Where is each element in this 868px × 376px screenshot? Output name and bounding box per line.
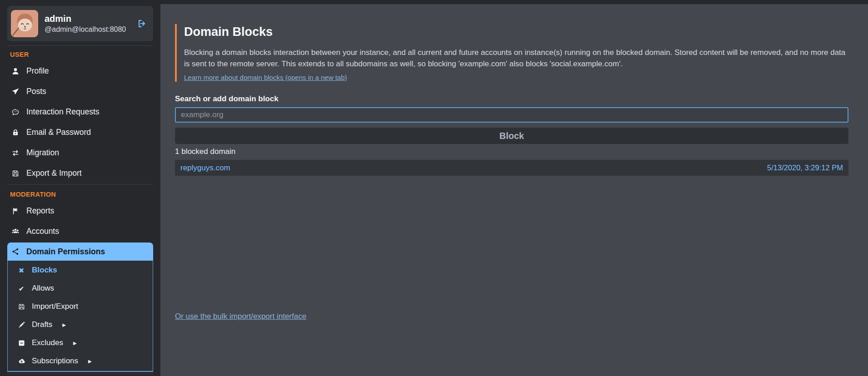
floppy-disk-icon — [17, 303, 26, 311]
sidebar-item-migration[interactable]: Migration — [7, 143, 153, 163]
blocked-domain-count: 1 blocked domain — [175, 147, 848, 156]
share-nodes-icon — [11, 247, 20, 256]
user-name: admin — [45, 14, 126, 24]
page-header: Domain Blocks Blocking a domain blocks i… — [175, 24, 848, 82]
user-card: admin @admin@localhost:8080 — [7, 6, 153, 41]
check-icon: ✔ — [17, 285, 26, 292]
sidebar-item-label: Accounts — [26, 227, 59, 236]
paper-plane-icon — [11, 88, 20, 96]
learn-more-link[interactable]: Learn more about domain blocks (opens in… — [184, 74, 347, 81]
floppy-disk-icon — [11, 169, 20, 178]
sidebar-item-interaction-requests[interactable]: Interaction Requests — [7, 102, 153, 122]
sidebar-item-drafts[interactable]: Drafts ▶ — [8, 316, 153, 334]
sidebar-item-posts[interactable]: Posts — [7, 81, 153, 102]
lock-icon — [11, 129, 20, 137]
sidebar-item-export-import[interactable]: Export & Import — [7, 163, 153, 183]
sidebar-item-subscriptions[interactable]: Subscriptions ▶ — [8, 352, 153, 370]
blocked-domain-date: 5/13/2020, 3:29:12 PM — [767, 163, 843, 172]
x-icon: ✖ — [17, 267, 26, 274]
bulk-import-export-link[interactable]: Or use the bulk import/export interface — [175, 312, 306, 321]
users-icon — [11, 228, 20, 236]
block-button[interactable]: Block — [175, 128, 848, 144]
sidebar-item-label: Profile — [26, 66, 49, 76]
caret-right-icon: ▶ — [73, 341, 77, 346]
main-panel: Domain Blocks Blocking a domain blocks i… — [160, 4, 868, 376]
search-label: Search or add domain block — [175, 94, 848, 104]
sidebar-item-email-password[interactable]: Email & Password — [7, 122, 153, 143]
minus-square-icon — [17, 339, 26, 347]
sidebar-item-label: Domain Permissions — [26, 247, 105, 257]
sidebar-item-blocks[interactable]: ✖ Blocks — [8, 261, 153, 279]
sidebar-item-allows[interactable]: ✔ Allows — [8, 279, 153, 297]
sidebar-item-reports[interactable]: Reports — [7, 201, 153, 221]
sidebar-item-label: Subscriptions — [32, 356, 78, 366]
sidebar-item-excludes[interactable]: Excludes ▶ — [8, 334, 153, 352]
sloth-avatar — [11, 10, 38, 37]
page-title: Domain Blocks — [184, 24, 848, 40]
cloud-download-icon — [17, 357, 26, 365]
page-description: Blocking a domain blocks interaction bet… — [184, 47, 848, 69]
exchange-icon — [11, 149, 20, 157]
sign-out-icon — [137, 19, 147, 29]
caret-right-icon: ▶ — [88, 359, 92, 364]
divider — [7, 374, 153, 374]
sign-out-button[interactable] — [136, 18, 148, 30]
sidebar-item-label: Reports — [26, 206, 54, 216]
section-label-moderation: MODERATION — [10, 190, 150, 198]
flag-icon — [11, 207, 20, 215]
sidebar-item-label: Excludes — [32, 338, 63, 347]
section-label-user: USER — [10, 50, 150, 59]
blocked-domain-name: replyguys.com — [180, 163, 230, 173]
sidebar-item-label: Email & Password — [26, 128, 91, 137]
sidebar-item-label: Export & Import — [26, 168, 82, 178]
sidebar-item-label: Import/Export — [32, 302, 78, 311]
blocked-domain-row[interactable]: replyguys.com 5/13/2020, 3:29:12 PM — [175, 160, 848, 176]
caret-right-icon: ▶ — [62, 322, 66, 327]
sidebar-item-label: Blocks — [32, 266, 57, 275]
divider — [7, 45, 153, 46]
sidebar: admin @admin@localhost:8080 USER Profile… — [0, 0, 160, 376]
sidebar-item-domain-permissions[interactable]: Domain Permissions — [7, 242, 153, 261]
sidebar-item-label: Interaction Requests — [26, 107, 100, 117]
sidebar-item-label: Allows — [32, 284, 54, 293]
user-icon — [11, 67, 20, 75]
sidebar-item-label: Posts — [26, 87, 46, 96]
comment-dots-icon — [11, 108, 20, 116]
sidebar-item-profile[interactable]: Profile — [7, 61, 153, 81]
domain-permissions-submenu: ✖ Blocks ✔ Allows Import/Export Drafts ▶… — [7, 261, 153, 372]
sidebar-item-import-export[interactable]: Import/Export — [8, 297, 153, 316]
domain-search-input[interactable] — [175, 107, 848, 123]
sidebar-item-label: Drafts — [32, 320, 52, 329]
sidebar-item-accounts[interactable]: Accounts — [7, 221, 153, 242]
user-handle: @admin@localhost:8080 — [45, 25, 126, 34]
divider — [7, 184, 153, 185]
pencil-icon — [17, 321, 26, 329]
sidebar-item-label: Migration — [26, 148, 59, 158]
